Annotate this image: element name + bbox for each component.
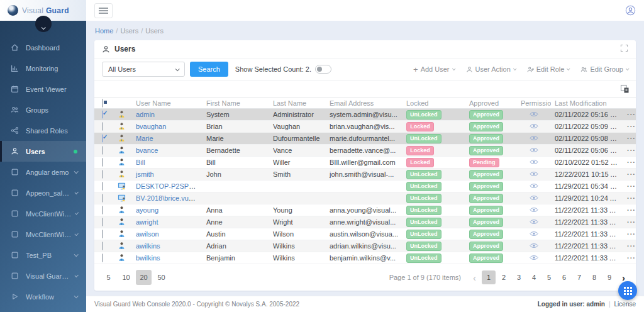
row-menu-button[interactable]: ···	[627, 230, 636, 238]
page-size-10[interactable]: 10	[118, 270, 134, 285]
user-name-link[interactable]: BV-2018\brice.vuagniaux	[136, 194, 203, 202]
edit-group-button[interactable]: Edit Group	[580, 65, 628, 73]
user-name-link[interactable]: bvaughan	[136, 123, 166, 130]
eye-icon[interactable]	[530, 231, 538, 237]
page-size-20[interactable]: 20	[136, 270, 152, 285]
eye-icon[interactable]	[530, 255, 538, 260]
sidebar-item-angular-demo[interactable]: Angular demo	[0, 162, 86, 182]
row-menu-button[interactable]: ···	[627, 170, 636, 178]
row-checkbox[interactable]	[102, 110, 103, 119]
search-button[interactable]: Search	[190, 62, 228, 77]
row-menu-button[interactable]: ···	[627, 159, 636, 166]
row-checkbox[interactable]	[102, 182, 103, 191]
table-row-awilkins[interactable]: awilkinsAdrianWilkinsadrian.wilkins@visu…	[94, 240, 636, 252]
page-button-5[interactable]: 5	[542, 270, 556, 284]
user-name-link[interactable]: bvance	[136, 147, 158, 154]
menu-toggle-button[interactable]	[94, 3, 113, 18]
sidebar-item-monitoring[interactable]: Monitoring	[0, 58, 86, 79]
row-menu-button[interactable]: ···	[627, 135, 636, 142]
select-all-column[interactable]	[94, 98, 111, 109]
user-name-link[interactable]: DESKTOP-P2SPG58\Christophe	[136, 182, 203, 190]
table-row-desktop-p2spg58-christophe[interactable]: DESKTOP-P2SPG58\ChristopheUnLockedApprov…	[94, 181, 636, 192]
row-checkbox[interactable]	[102, 230, 103, 238]
row-menu-button[interactable]: ···	[627, 111, 636, 118]
row-checkbox[interactable]	[102, 242, 103, 250]
row-menu-button[interactable]: ···	[627, 194, 636, 202]
user-name-link[interactable]: bwilkins	[136, 254, 160, 262]
row-menu-button[interactable]: ···	[627, 218, 636, 226]
sidebar-item-mvcclientwithoutruntime[interactable]: MvcClientWithoutRuntime	[0, 203, 86, 224]
user-name-link[interactable]: awilkins	[136, 242, 160, 250]
table-row-bv-2018-brice-vuagniaux[interactable]: BV-2018\brice.vuagniauxUnLockedApproved1…	[94, 192, 636, 204]
sidebar-item-settings[interactable]: Settings	[0, 307, 86, 312]
table-row-jsmith[interactable]: jsmithJohnSmithjohn.smith@visual-...UnLo…	[94, 169, 636, 181]
eye-icon[interactable]	[530, 195, 538, 201]
eye-icon[interactable]	[530, 207, 538, 213]
row-checkbox[interactable]	[102, 194, 103, 203]
page-button-9[interactable]: 9	[602, 270, 616, 284]
page-size-50[interactable]: 50	[153, 270, 169, 285]
eye-icon[interactable]	[530, 171, 538, 177]
row-checkbox[interactable]	[102, 122, 103, 131]
table-row-marie[interactable]: MarieMarieDufourmantellemarie.dufourmant…	[94, 133, 636, 145]
user-name-link[interactable]: awright	[136, 218, 158, 226]
eye-icon[interactable]	[530, 243, 538, 248]
sidebar-item-test-pb[interactable]: Test_PB	[0, 245, 86, 265]
column-header-email-address[interactable]: Email Address	[326, 98, 402, 109]
eye-icon[interactable]	[530, 123, 538, 129]
table-row-bvance[interactable]: bvanceBernadetteVancebernadette.vance@..…	[94, 145, 636, 157]
user-name-link[interactable]: awilson	[136, 230, 159, 238]
row-checkbox[interactable]	[102, 170, 103, 179]
user-name-link[interactable]: Bill	[136, 159, 145, 166]
column-header-last-name[interactable]: Last Name	[269, 98, 326, 109]
user-action-button[interactable]: User Action	[466, 65, 516, 73]
user-name-link[interactable]: jsmith	[136, 170, 154, 178]
eye-icon[interactable]	[530, 135, 538, 141]
users-filter-select[interactable]: All Users	[102, 62, 185, 77]
eye-icon[interactable]	[530, 183, 538, 189]
table-row-awright[interactable]: awrightAnneWrightanne.wright@visual...Un…	[94, 216, 636, 228]
row-checkbox[interactable]	[102, 158, 103, 167]
sidebar-collapse-button[interactable]	[35, 16, 52, 32]
row-checkbox[interactable]	[102, 218, 103, 226]
sidebar-item-users[interactable]: Users	[0, 141, 86, 162]
user-name-link[interactable]: admin	[136, 111, 155, 118]
page-button-3[interactable]: 3	[512, 270, 526, 284]
sidebar-item-dashboard[interactable]: Dashboard	[0, 37, 86, 58]
column-header-approved[interactable]: Approved	[465, 98, 517, 109]
column-header-locked[interactable]: Locked	[402, 98, 465, 109]
row-menu-button[interactable]: ···	[627, 147, 636, 154]
table-row-bvaughan[interactable]: bvaughanBrianVaughanbrian.vaughan@vis...…	[94, 121, 636, 133]
table-row-awilson[interactable]: awilsonAustinWilsonaustin.wilson@visua..…	[94, 228, 636, 240]
user-name-link[interactable]: Marie	[136, 135, 153, 142]
license-link[interactable]: License	[614, 301, 636, 308]
prev-page-button[interactable]: ‹	[469, 272, 480, 283]
eye-icon[interactable]	[530, 219, 538, 225]
column-header-first-name[interactable]: First Name	[203, 98, 269, 109]
row-menu-button[interactable]: ···	[627, 254, 636, 262]
sidebar-item-event-viewer[interactable]: Event Viewer	[0, 79, 86, 99]
page-button-2[interactable]: 2	[497, 270, 511, 284]
row-menu-button[interactable]: ···	[627, 182, 636, 190]
table-row-admin[interactable]: adminSystemAdministratorsystem.admin@vis…	[94, 109, 636, 121]
row-checkbox[interactable]	[102, 254, 103, 262]
page-button-8[interactable]: 8	[587, 270, 601, 284]
table-row-bill[interactable]: BillBillWillerBIll.willer@gmail.comLocke…	[94, 157, 636, 169]
page-button-4[interactable]: 4	[527, 270, 541, 284]
sidebar-item-mvcclientwithruntime[interactable]: MvcClientWithRuntime	[0, 224, 86, 245]
page-button-7[interactable]: 7	[572, 270, 586, 284]
row-checkbox[interactable]	[102, 134, 103, 143]
column-header-last-modification[interactable]: Last Modification	[551, 98, 621, 109]
select-all-checkbox[interactable]	[102, 99, 103, 108]
eye-icon[interactable]	[530, 111, 538, 117]
sidebar-item-appeon-salesdemo[interactable]: Appeon_salesdemo	[0, 182, 86, 203]
edit-role-button[interactable]: Edit Role	[527, 65, 570, 73]
row-checkbox[interactable]	[102, 206, 103, 214]
row-menu-button[interactable]: ···	[627, 242, 636, 250]
fullscreen-icon[interactable]	[620, 43, 628, 55]
column-chooser-icon[interactable]	[620, 84, 630, 94]
account-icon[interactable]	[625, 5, 636, 16]
row-checkbox[interactable]	[102, 146, 103, 155]
breadcrumb-link-home[interactable]: Home	[95, 27, 113, 35]
sidebar-item-groups[interactable]: Groups	[0, 99, 86, 120]
